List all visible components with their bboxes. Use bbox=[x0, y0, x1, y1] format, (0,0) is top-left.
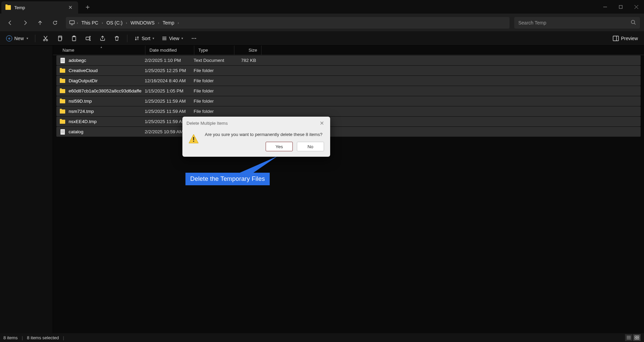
file-modified: 1/25/2025 11:59 AM bbox=[143, 99, 192, 104]
breadcrumb-item[interactable]: OS (C:) bbox=[105, 19, 124, 26]
separator bbox=[127, 35, 127, 42]
cut-button[interactable] bbox=[39, 32, 52, 45]
file-name: DiagOutputDir bbox=[67, 78, 143, 83]
chevron-down-icon: ▾ bbox=[153, 36, 154, 40]
warning-icon bbox=[189, 134, 199, 145]
svg-rect-1 bbox=[619, 5, 622, 8]
paste-button[interactable] bbox=[68, 32, 80, 45]
file-name: catalog bbox=[67, 129, 143, 134]
file-row[interactable]: CreativeCloud1/25/2025 12:25 PMFile fold… bbox=[56, 66, 641, 75]
file-type: Text Document bbox=[192, 58, 232, 63]
up-button[interactable] bbox=[34, 17, 46, 29]
chevron-down-icon: ▾ bbox=[181, 36, 183, 40]
chevron-right-icon[interactable]: › bbox=[158, 21, 159, 25]
svg-point-6 bbox=[631, 20, 635, 23]
back-button[interactable] bbox=[4, 17, 16, 29]
file-name: e60d87cb1a0c38052a8cc93d6daffe bbox=[67, 88, 143, 93]
svg-point-8 bbox=[43, 39, 45, 40]
file-row[interactable]: DiagOutputDir12/16/2024 8:40 AMFile fold… bbox=[56, 76, 641, 86]
dialog-title: Delete Multiple Items bbox=[186, 121, 228, 126]
col-name[interactable]: ▴ Name bbox=[58, 46, 145, 55]
tab-title: Temp bbox=[14, 5, 64, 10]
toolbar: + New ▾ Sort ▾ View ▾ Preview bbox=[0, 31, 644, 46]
col-type[interactable]: Type bbox=[194, 46, 234, 55]
folder-icon bbox=[60, 69, 65, 73]
breadcrumb[interactable]: › This PC › OS (C:) › WINDOWS › Temp › bbox=[66, 17, 509, 29]
window-controls bbox=[597, 0, 644, 14]
svg-rect-22 bbox=[193, 137, 194, 140]
file-row[interactable]: nsl59D.tmp1/25/2025 11:59 AMFile folder bbox=[56, 96, 641, 106]
more-button[interactable] bbox=[188, 32, 200, 45]
plus-circle-icon: + bbox=[6, 35, 12, 41]
file-type: File folder bbox=[192, 99, 232, 104]
file-row[interactable]: catalog2/2/2025 10:59 AM bbox=[56, 127, 641, 137]
chevron-right-icon[interactable]: › bbox=[178, 21, 179, 25]
nav-sidebar[interactable] bbox=[0, 46, 53, 333]
file-modified: 1/25/2025 12:25 PM bbox=[143, 68, 192, 73]
chevron-right-icon[interactable]: › bbox=[102, 21, 103, 25]
file-size: 782 KB bbox=[232, 58, 260, 63]
svg-line-7 bbox=[634, 23, 636, 24]
nav-bar: › This PC › OS (C:) › WINDOWS › Temp › bbox=[0, 14, 644, 31]
file-icon bbox=[60, 129, 65, 135]
file-row[interactable]: nsxEE4D.tmp1/25/2025 11:59 AM bbox=[56, 117, 641, 126]
new-tab-button[interactable]: ＋ bbox=[84, 2, 91, 12]
breadcrumb-item[interactable]: Temp bbox=[161, 19, 176, 26]
new-label: New bbox=[14, 36, 24, 41]
chevron-right-icon[interactable]: › bbox=[77, 21, 78, 25]
breadcrumb-item[interactable]: WINDOWS bbox=[129, 19, 156, 26]
details-view-toggle[interactable] bbox=[625, 334, 632, 341]
file-modified: 1/15/2025 1:05 PM bbox=[143, 88, 192, 93]
file-modified: 2/2/2025 1:10 PM bbox=[143, 58, 192, 63]
col-modified[interactable]: Date modified bbox=[145, 46, 194, 55]
close-tab-icon[interactable]: ✕ bbox=[67, 4, 74, 11]
file-row[interactable]: nsm724.tmp1/25/2025 11:59 AMFile folder bbox=[56, 106, 641, 116]
folder-icon bbox=[60, 120, 65, 124]
chevron-down-icon: ▾ bbox=[26, 36, 28, 40]
yes-button[interactable]: Yes bbox=[266, 142, 293, 151]
col-size[interactable]: Size bbox=[234, 46, 262, 55]
annotation-callout: Delete the Temporary Files bbox=[185, 173, 270, 185]
sort-button[interactable]: Sort ▾ bbox=[131, 34, 157, 42]
svg-point-18 bbox=[193, 38, 194, 39]
column-headers: ▴ Name Date modified Type Size bbox=[53, 46, 644, 55]
copy-button[interactable] bbox=[54, 32, 66, 45]
file-row[interactable]: e60d87cb1a0c38052a8cc93d6daffe1/15/2025 … bbox=[56, 86, 641, 96]
maximize-button[interactable] bbox=[613, 0, 628, 14]
preview-toggle[interactable]: Preview bbox=[613, 36, 638, 41]
dialog-close-button[interactable]: ✕ bbox=[318, 119, 326, 127]
file-name: nsxEE4D.tmp bbox=[67, 119, 143, 124]
folder-icon bbox=[5, 5, 11, 10]
minimize-button[interactable] bbox=[597, 0, 613, 14]
new-button[interactable]: + New ▾ bbox=[3, 34, 31, 43]
delete-dialog: Delete Multiple Items ✕ Are you sure you… bbox=[182, 117, 330, 157]
share-button[interactable] bbox=[96, 32, 109, 45]
sort-asc-icon: ▴ bbox=[101, 45, 102, 49]
search-box[interactable] bbox=[514, 17, 640, 29]
breadcrumb-item[interactable]: This PC bbox=[80, 19, 100, 26]
preview-label: Preview bbox=[621, 36, 638, 41]
close-window-button[interactable] bbox=[628, 0, 644, 14]
window-tab[interactable]: Temp ✕ bbox=[1, 1, 78, 14]
search-icon[interactable] bbox=[631, 20, 636, 26]
svg-rect-31 bbox=[637, 338, 639, 339]
rename-button[interactable] bbox=[82, 32, 94, 45]
file-row[interactable]: adobegc2/2/2025 1:10 PMText Document782 … bbox=[56, 55, 641, 65]
svg-rect-29 bbox=[637, 336, 639, 337]
file-type: File folder bbox=[192, 68, 232, 73]
search-input[interactable] bbox=[518, 20, 631, 25]
chevron-right-icon[interactable]: › bbox=[126, 21, 127, 25]
view-label: View bbox=[169, 36, 179, 41]
view-button[interactable]: View ▾ bbox=[159, 34, 186, 42]
refresh-button[interactable] bbox=[49, 17, 61, 29]
file-name: nsl59D.tmp bbox=[67, 99, 143, 104]
file-type: File folder bbox=[192, 78, 232, 83]
svg-rect-30 bbox=[635, 338, 637, 339]
forward-button[interactable] bbox=[19, 17, 31, 29]
delete-button[interactable] bbox=[111, 32, 123, 45]
no-button[interactable]: No bbox=[297, 142, 324, 151]
svg-rect-10 bbox=[58, 37, 61, 41]
status-bar: 8 items | 8 items selected | bbox=[0, 333, 644, 342]
file-modified: 1/25/2025 11:59 AM bbox=[143, 109, 192, 114]
large-icons-view-toggle[interactable] bbox=[633, 334, 641, 341]
